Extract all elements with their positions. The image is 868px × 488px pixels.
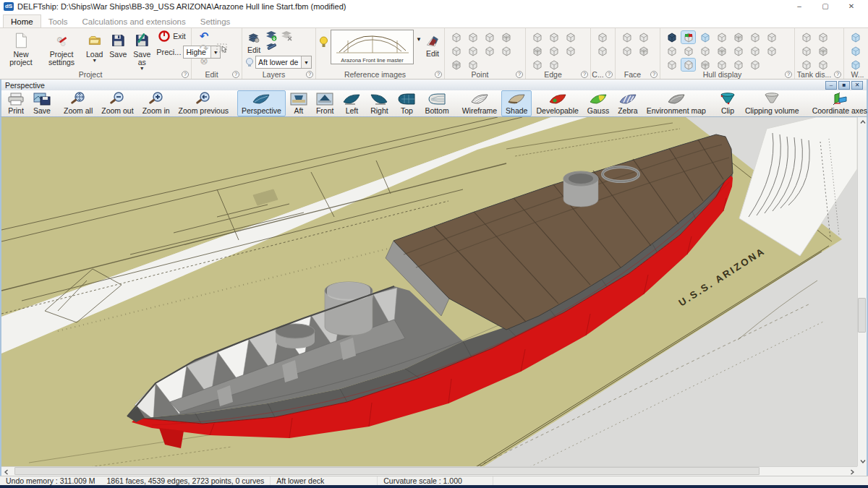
view-toolbar-button-print[interactable]: Print xyxy=(3,90,29,116)
view-toolbar-button-zebra[interactable]: Zebra xyxy=(613,90,642,116)
save-button-ribbon[interactable]: Save xyxy=(107,30,129,59)
view-toolbar-button-save[interactable]: Save xyxy=(29,90,55,116)
menu-tab-calculations-and-extensions[interactable]: Calculations and extensions xyxy=(75,15,193,27)
project-settings-button[interactable]: ⚙⚙ Project settings xyxy=(41,30,82,67)
view-toolbar-button-wireframe[interactable]: Wireframe xyxy=(458,90,501,116)
hull-display-tool-icon-20[interactable] xyxy=(748,59,762,71)
active-layer-dropdown[interactable]: Aft lower de ▼ xyxy=(255,56,312,69)
scroll-left-icon[interactable] xyxy=(1,467,11,476)
hull-display-tool-icon-6[interactable] xyxy=(748,31,762,43)
tank-display-tool-icon-6[interactable] xyxy=(816,59,830,71)
window-group-tool-icon-3[interactable] xyxy=(848,59,862,71)
tank-display-help-icon[interactable]: ? xyxy=(834,71,841,78)
edge-tool-icon-2[interactable] xyxy=(547,31,561,43)
view-toolbar-button-aft[interactable]: Aft xyxy=(286,90,312,116)
face-tool-icon-3[interactable] xyxy=(620,45,634,57)
tank-display-tool-icon-4[interactable] xyxy=(816,45,830,57)
face-tool-icon-4[interactable] xyxy=(637,45,650,57)
scroll-up-icon[interactable] xyxy=(858,117,867,127)
load-button[interactable]: Load ▼ xyxy=(84,30,105,64)
edge-tool-icon-1[interactable] xyxy=(530,31,544,43)
scroll-down-icon[interactable] xyxy=(858,457,867,466)
hull-display-tool-icon-1[interactable] xyxy=(665,31,678,43)
delete-icon[interactable]: ⊗ xyxy=(197,55,210,67)
new-project-button[interactable]: New project xyxy=(3,30,39,67)
view-toolbar-button-perspective[interactable]: Perspective xyxy=(237,90,286,116)
reference-edit-button[interactable]: Edit xyxy=(424,32,441,59)
face-help-icon[interactable]: ? xyxy=(650,71,658,78)
edge-tool-icon-7[interactable] xyxy=(530,59,544,71)
view-toolbar-button-environment-map[interactable]: Environment map xyxy=(642,90,710,116)
tank-display-tool-icon-5[interactable] xyxy=(799,59,813,71)
point-tool-icon-5[interactable] xyxy=(449,45,463,57)
hull-display-tool-icon-10[interactable] xyxy=(698,45,712,57)
view-toolbar-button-right[interactable]: Right xyxy=(365,90,393,116)
hull-display-tool-icon-11[interactable] xyxy=(715,45,728,57)
menu-tab-home[interactable]: Home xyxy=(3,14,41,27)
view-toolbar-button-zoom-in[interactable]: Zoom in xyxy=(138,90,174,116)
horizontal-scrollbar[interactable] xyxy=(1,466,857,476)
curve-tool-icon-2[interactable] xyxy=(595,45,609,57)
view-maximize-button[interactable]: ■ xyxy=(838,81,850,90)
add-layer-icon[interactable] xyxy=(265,30,278,41)
remove-layer-icon[interactable] xyxy=(280,30,293,41)
hull-display-tool-icon-13[interactable] xyxy=(748,45,762,57)
hull-display-tool-icon-4[interactable] xyxy=(715,31,728,43)
hull-display-tool-icon-19[interactable] xyxy=(731,59,745,71)
layer-pen-icon[interactable] xyxy=(265,42,278,53)
view-toolbar-button-zoom-out[interactable]: Zoom out xyxy=(97,90,137,116)
point-tool-icon-4[interactable] xyxy=(499,31,513,43)
view-toolbar-button-developable[interactable]: Developable xyxy=(532,90,582,116)
layers-help-icon[interactable]: ? xyxy=(306,71,313,78)
view-toolbar-button-clip[interactable]: Clip xyxy=(715,90,741,116)
view-toolbar-button-shade[interactable]: Shade xyxy=(501,90,532,116)
hull-display-tool-icon-17[interactable] xyxy=(698,59,712,71)
curve-help-icon[interactable]: ? xyxy=(605,71,613,78)
curve-tool-icon-1[interactable] xyxy=(595,31,609,43)
tank-display-tool-icon-3[interactable] xyxy=(799,45,813,57)
edge-tool-icon-4[interactable] xyxy=(530,45,544,57)
reference-caret-icon[interactable]: ▼ xyxy=(416,36,422,43)
close-button[interactable]: ✕ xyxy=(838,1,864,12)
view-toolbar-button-clipping-volume[interactable]: Clipping volume xyxy=(741,90,804,116)
point-tool-icon-8[interactable] xyxy=(499,45,513,57)
point-tool-icon-10[interactable] xyxy=(466,59,480,71)
hull-display-tool-icon-9[interactable] xyxy=(681,45,695,57)
point-tool-icon-3[interactable] xyxy=(482,31,496,43)
view-toolbar-button-coordinate-axes[interactable]: Coordinate axes xyxy=(808,90,868,116)
face-tool-icon-2[interactable] xyxy=(637,31,650,43)
hull-display-tool-icon-16[interactable] xyxy=(681,59,695,71)
point-help-icon[interactable]: ? xyxy=(516,71,523,78)
view-toolbar-button-gauss[interactable]: Gauss xyxy=(583,90,613,116)
save-as-button[interactable]: Save as ▼ xyxy=(131,30,153,72)
edit-help-icon[interactable]: ? xyxy=(232,71,239,78)
point-tool-icon-7[interactable] xyxy=(482,45,496,57)
view-toolbar-button-top[interactable]: Top xyxy=(393,90,420,116)
vertical-scrollbar-thumb[interactable] xyxy=(858,298,866,333)
reference-image-thumbnail[interactable]: Arazona Front line master xyxy=(331,30,414,64)
edge-tool-icon-8[interactable] xyxy=(547,59,561,71)
hull-display-tool-icon-8[interactable] xyxy=(665,45,678,57)
layers-edit-button[interactable]: Edit xyxy=(245,30,263,55)
maximize-button[interactable]: ▢ xyxy=(812,1,838,12)
vertical-scrollbar[interactable] xyxy=(857,117,867,466)
point-tool-icon-6[interactable] xyxy=(466,45,480,57)
edge-tool-icon-6[interactable] xyxy=(563,45,577,57)
view-toolbar-button-zoom-all[interactable]: Zoom all xyxy=(59,90,97,116)
tank-display-tool-icon-1[interactable] xyxy=(799,31,813,43)
reference-images-help-icon[interactable]: ? xyxy=(435,71,442,78)
view-toolbar-button-front[interactable]: Front xyxy=(312,90,339,116)
hull-display-tool-icon-18[interactable] xyxy=(715,59,728,71)
point-tool-icon-2[interactable] xyxy=(466,31,480,43)
point-tool-icon-9[interactable] xyxy=(449,59,463,71)
tank-display-tool-icon-2[interactable] xyxy=(816,31,830,43)
menu-tab-settings[interactable]: Settings xyxy=(193,15,238,27)
view-close-button[interactable]: ✕ xyxy=(851,81,863,90)
minimize-button[interactable]: – xyxy=(786,1,812,12)
face-tool-icon-1[interactable] xyxy=(620,31,634,43)
point-tool-icon-1[interactable] xyxy=(449,31,463,43)
edge-tool-icon-3[interactable] xyxy=(563,31,577,43)
undo-icon[interactable]: ↶ xyxy=(197,30,210,42)
hull-display-tool-icon-12[interactable] xyxy=(731,45,745,57)
hull-display-tool-icon-5[interactable] xyxy=(731,31,745,43)
